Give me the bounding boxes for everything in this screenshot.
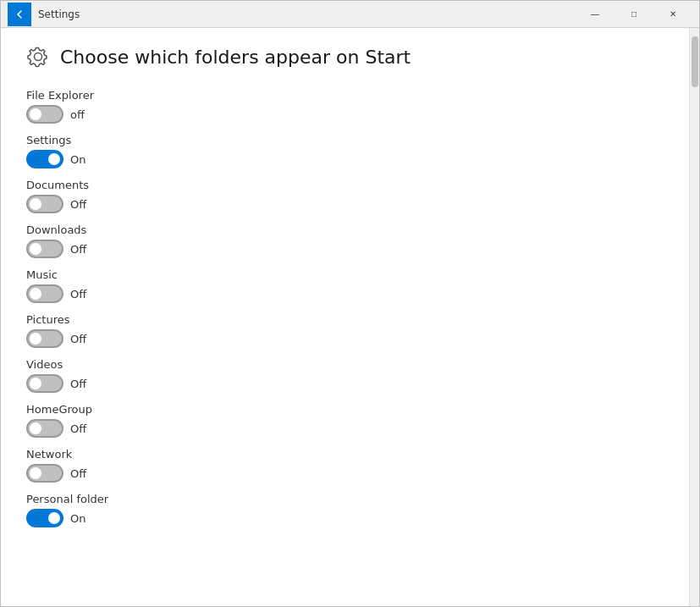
- scrollbar-thumb: [692, 36, 698, 87]
- folder-label-file-explorer: File Explorer: [26, 89, 664, 102]
- toggle-music[interactable]: [26, 284, 63, 303]
- toggle-row-music: Off: [26, 284, 664, 303]
- toggle-track-network: [26, 464, 63, 483]
- toggle-state-label-music: Off: [70, 288, 86, 301]
- toggle-state-label-downloads: Off: [70, 243, 86, 256]
- toggle-personal-folder[interactable]: [26, 509, 63, 527]
- toggle-thumb-videos: [30, 378, 41, 389]
- toggle-state-label-file-explorer: off: [70, 108, 85, 121]
- settings-window: Settings — □ ✕ Choose which folders appe…: [0, 0, 700, 607]
- toggle-state-label-documents: Off: [70, 198, 86, 211]
- minimize-button[interactable]: —: [576, 1, 615, 28]
- folder-label-documents: Documents: [26, 179, 664, 191]
- toggle-thumb-documents: [30, 198, 41, 210]
- toggle-documents[interactable]: [26, 195, 63, 213]
- folder-item-settings: SettingsOn: [26, 134, 664, 168]
- toggle-row-homegroup: Off: [26, 419, 664, 438]
- folder-item-pictures: PicturesOff: [26, 313, 664, 348]
- toggle-thumb-pictures: [30, 333, 41, 345]
- toggle-state-label-homegroup: Off: [70, 422, 86, 435]
- title-bar: Settings — □ ✕: [1, 1, 699, 28]
- folder-item-documents: DocumentsOff: [26, 179, 664, 213]
- page-header: Choose which folders appear on Start: [26, 45, 664, 69]
- toggle-row-settings: On: [26, 150, 664, 168]
- window-controls: — □ ✕: [576, 1, 692, 28]
- folder-item-downloads: DownloadsOff: [26, 223, 664, 258]
- toggle-track-homegroup: [26, 419, 63, 438]
- toggle-thumb-homegroup: [30, 422, 41, 434]
- toggle-settings[interactable]: [26, 150, 63, 168]
- folder-item-videos: VideosOff: [26, 358, 664, 393]
- page-title: Choose which folders appear on Start: [60, 47, 411, 68]
- folders-list: File ExploreroffSettingsOnDocumentsOffDo…: [26, 89, 664, 527]
- scrollbar[interactable]: [689, 28, 699, 606]
- toggle-row-network: Off: [26, 464, 664, 483]
- toggle-row-personal-folder: On: [26, 509, 664, 527]
- toggle-state-label-pictures: Off: [70, 333, 86, 345]
- toggle-state-label-videos: Off: [70, 378, 86, 390]
- toggle-track-personal-folder: [26, 509, 63, 527]
- gear-icon: [26, 45, 50, 69]
- folder-label-settings: Settings: [26, 134, 664, 146]
- toggle-track-documents: [26, 195, 63, 213]
- window-title: Settings: [38, 8, 576, 20]
- toggle-thumb-network: [30, 467, 41, 479]
- folder-label-videos: Videos: [26, 358, 664, 371]
- folder-label-personal-folder: Personal folder: [26, 493, 664, 505]
- toggle-row-pictures: Off: [26, 329, 664, 348]
- toggle-row-documents: Off: [26, 195, 664, 213]
- folder-item-file-explorer: File Exploreroff: [26, 89, 664, 124]
- toggle-thumb-music: [30, 288, 41, 300]
- folder-item-homegroup: HomeGroupOff: [26, 403, 664, 438]
- folder-label-network: Network: [26, 448, 664, 461]
- toggle-state-label-network: Off: [70, 467, 86, 480]
- toggle-track-settings: [26, 150, 63, 168]
- folder-item-personal-folder: Personal folderOn: [26, 493, 664, 527]
- toggle-row-videos: Off: [26, 374, 664, 393]
- close-button[interactable]: ✕: [653, 1, 692, 28]
- folder-item-music: MusicOff: [26, 268, 664, 303]
- toggle-thumb-personal-folder: [48, 512, 60, 524]
- toggle-track-downloads: [26, 240, 63, 258]
- back-button[interactable]: [8, 3, 31, 26]
- toggle-state-label-personal-folder: On: [70, 512, 85, 525]
- toggle-thumb-settings: [48, 153, 60, 165]
- maximize-button[interactable]: □: [615, 1, 653, 28]
- toggle-file-explorer[interactable]: [26, 105, 63, 124]
- toggle-network[interactable]: [26, 464, 63, 483]
- folder-label-music: Music: [26, 268, 664, 281]
- toggle-thumb-file-explorer: [30, 108, 41, 120]
- toggle-thumb-downloads: [30, 243, 41, 255]
- folder-item-network: NetworkOff: [26, 448, 664, 483]
- toggle-row-downloads: Off: [26, 240, 664, 258]
- toggle-track-pictures: [26, 329, 63, 348]
- toggle-track-file-explorer: [26, 105, 63, 124]
- folder-label-homegroup: HomeGroup: [26, 403, 664, 416]
- toggle-downloads[interactable]: [26, 240, 63, 258]
- toggle-homegroup[interactable]: [26, 419, 63, 438]
- main-content: Choose which folders appear on Start Fil…: [1, 28, 689, 606]
- folder-label-pictures: Pictures: [26, 313, 664, 326]
- toggle-videos[interactable]: [26, 374, 63, 393]
- toggle-track-music: [26, 284, 63, 303]
- folder-label-downloads: Downloads: [26, 223, 664, 236]
- toggle-row-file-explorer: off: [26, 105, 664, 124]
- content-area: Choose which folders appear on Start Fil…: [1, 28, 699, 606]
- toggle-state-label-settings: On: [70, 153, 85, 166]
- toggle-track-videos: [26, 374, 63, 393]
- toggle-pictures[interactable]: [26, 329, 63, 348]
